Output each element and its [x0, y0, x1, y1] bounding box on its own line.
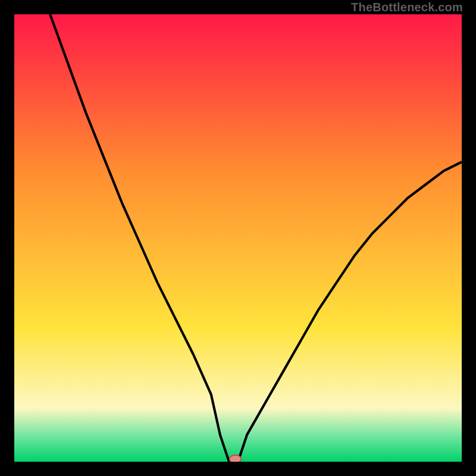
- gradient-background: [14, 14, 462, 462]
- chart-frame: TheBottleneck.com: [0, 0, 476, 476]
- minimum-marker: [230, 455, 242, 462]
- bottleneck-chart: [14, 14, 462, 462]
- watermark-text: TheBottleneck.com: [351, 1, 463, 14]
